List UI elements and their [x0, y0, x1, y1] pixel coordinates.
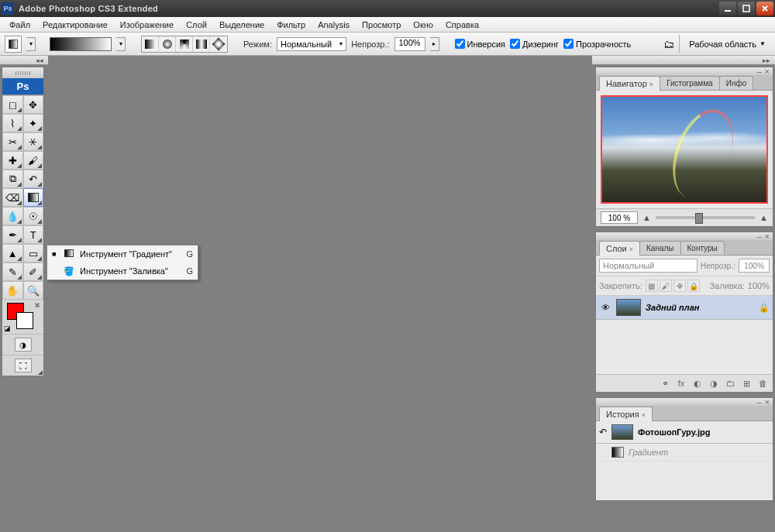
- reverse-checkbox[interactable]: Инверсия: [455, 39, 506, 49]
- tool-eraser[interactable]: ⌫: [2, 188, 23, 207]
- lock-position-icon[interactable]: ✥: [673, 280, 686, 292]
- tool-path-select[interactable]: ▲: [2, 244, 23, 263]
- gradient-picker-dropdown[interactable]: ▾: [116, 37, 126, 51]
- panel-header[interactable]: –×: [596, 232, 773, 240]
- transparency-checkbox[interactable]: Прозрачность: [563, 39, 631, 49]
- zoom-in-icon[interactable]: ▲: [760, 213, 768, 222]
- window-close-button[interactable]: [756, 2, 773, 15]
- tool-crop[interactable]: ✂: [2, 132, 23, 151]
- gradient-reflected[interactable]: [193, 36, 210, 52]
- blend-mode-select[interactable]: Нормальный: [277, 37, 346, 51]
- gradient-diamond[interactable]: [210, 36, 227, 52]
- lock-pixels-icon[interactable]: 🖌: [660, 280, 672, 292]
- tab-paths[interactable]: Контуры: [680, 241, 725, 255]
- lock-all-icon[interactable]: 🔒: [687, 280, 700, 292]
- tool-blur[interactable]: 💧: [2, 207, 23, 225]
- layer-row[interactable]: 👁 Задний план 🔒: [596, 296, 773, 320]
- swap-colors-icon[interactable]: ⤭: [34, 301, 40, 309]
- navigator-thumbnail[interactable]: [601, 95, 768, 204]
- tool-slice[interactable]: ⚹: [23, 132, 44, 151]
- tab-layers[interactable]: Слои×: [599, 241, 640, 256]
- right-dock-strip[interactable]: ▸▸: [592, 56, 775, 65]
- menu-analysis[interactable]: Analysis: [312, 19, 356, 31]
- menu-edit[interactable]: Редактирование: [36, 19, 114, 31]
- current-tool-icon[interactable]: [5, 36, 22, 53]
- tab-channels[interactable]: Каналы: [639, 241, 681, 255]
- history-brush-source-icon[interactable]: ↶: [599, 427, 607, 438]
- menu-file[interactable]: Файл: [3, 19, 36, 31]
- menu-view[interactable]: Просмотр: [356, 19, 407, 31]
- flyout-paint-bucket-tool[interactable]: 🪣 Инструмент "Заливка" G: [47, 263, 198, 280]
- new-layer-icon[interactable]: ⊞: [739, 377, 753, 390]
- left-dock-strip[interactable]: ◂◂: [0, 56, 48, 65]
- tool-clone[interactable]: ⧉: [2, 170, 23, 188]
- panel-header[interactable]: –×: [596, 67, 773, 75]
- tool-eyedropper[interactable]: ✐: [23, 263, 44, 281]
- gradient-radial[interactable]: [159, 36, 176, 52]
- toolbox-header[interactable]: [2, 67, 43, 78]
- menu-layer[interactable]: Слой: [180, 19, 213, 31]
- tool-notes[interactable]: ✎: [2, 263, 23, 281]
- menu-image[interactable]: Изображение: [114, 19, 180, 31]
- zoom-out-icon[interactable]: ▲: [642, 213, 651, 222]
- tool-marquee[interactable]: ◻: [2, 95, 23, 114]
- menu-filter[interactable]: Фильтр: [270, 19, 312, 31]
- workspace-menu[interactable]: Рабочая область▼: [684, 38, 770, 50]
- tool-pen[interactable]: ✒: [2, 225, 23, 244]
- opacity-slider-toggle[interactable]: ▸: [430, 37, 439, 51]
- gradient-angle[interactable]: [176, 36, 193, 52]
- window-maximize-button[interactable]: [738, 2, 755, 15]
- tool-shape[interactable]: ▭: [23, 244, 44, 263]
- layer-thumbnail[interactable]: [616, 299, 641, 316]
- layer-opacity-label: Непрозр.:: [701, 262, 735, 270]
- tool-quick-select[interactable]: ✦: [23, 114, 44, 132]
- tool-hand[interactable]: ✋: [2, 281, 23, 300]
- tool-healing[interactable]: ✚: [2, 151, 23, 170]
- layer-fill-input[interactable]: 100%: [748, 281, 770, 290]
- adjustment-layer-icon[interactable]: ◑: [707, 377, 721, 390]
- gradient-preview[interactable]: [50, 37, 112, 51]
- screen-mode-toggle[interactable]: ⛶: [15, 359, 32, 372]
- tool-gradient[interactable]: [23, 188, 44, 207]
- default-colors-icon[interactable]: ◪: [4, 324, 11, 332]
- layer-opacity-input[interactable]: 100%: [739, 259, 770, 273]
- tool-zoom[interactable]: 🔍: [23, 281, 44, 300]
- tool-preset-dropdown[interactable]: ▾: [26, 37, 36, 51]
- tab-histogram[interactable]: Гистограмма: [660, 76, 720, 90]
- lock-transparency-icon[interactable]: ▦: [646, 280, 658, 292]
- layer-style-icon[interactable]: fx: [674, 377, 688, 390]
- layer-name[interactable]: Задний план: [646, 303, 754, 312]
- tool-brush[interactable]: 🖌: [23, 151, 44, 170]
- layer-group-icon[interactable]: 🗀: [723, 377, 737, 390]
- layer-visibility-icon[interactable]: 👁: [599, 303, 611, 312]
- navigator-zoom-slider[interactable]: [656, 216, 755, 219]
- layer-mask-icon[interactable]: ◐: [691, 377, 704, 390]
- link-layers-icon[interactable]: ⚭: [658, 377, 672, 390]
- history-step-row[interactable]: Градиент: [596, 444, 773, 462]
- tool-dodge[interactable]: ☉: [23, 207, 44, 225]
- menu-select[interactable]: Выделение: [213, 19, 270, 31]
- window-minimize-button[interactable]: [719, 2, 736, 15]
- tool-lasso[interactable]: ⌇: [2, 114, 23, 132]
- menu-window[interactable]: Окно: [407, 19, 439, 31]
- navigator-panel: –× Навигатор× Гистограмма Инфо 100 % ▲: [595, 67, 773, 227]
- tool-type[interactable]: T: [23, 225, 44, 244]
- go-to-bridge-icon[interactable]: 🗂: [663, 38, 674, 50]
- navigator-zoom-value[interactable]: 100 %: [601, 211, 638, 224]
- history-document-row[interactable]: ↶ ФотошопГуру.jpg: [596, 421, 773, 444]
- dither-checkbox[interactable]: Дизеринг: [510, 39, 559, 49]
- delete-layer-icon[interactable]: 🗑: [756, 377, 770, 390]
- tab-navigator[interactable]: Навигатор×: [599, 76, 660, 91]
- opacity-input[interactable]: 100%: [394, 37, 425, 51]
- gradient-linear[interactable]: [142, 36, 159, 52]
- tab-info[interactable]: Инфо: [719, 76, 754, 90]
- quick-mask-toggle[interactable]: ◑: [15, 338, 32, 352]
- tab-history[interactable]: История×: [599, 407, 653, 421]
- flyout-gradient-tool[interactable]: ■ Инструмент "Градиент" G: [47, 245, 198, 263]
- tool-history-brush[interactable]: ↶: [23, 170, 44, 188]
- tool-move[interactable]: ✥: [23, 95, 44, 114]
- background-color[interactable]: [16, 312, 33, 329]
- panel-header[interactable]: –×: [596, 398, 773, 406]
- layer-blend-mode-select[interactable]: Нормальный: [599, 259, 698, 273]
- menu-help[interactable]: Справка: [439, 19, 485, 31]
